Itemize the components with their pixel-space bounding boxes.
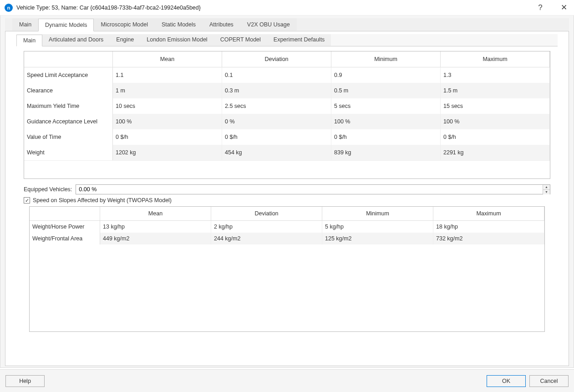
row-label: Weight bbox=[24, 145, 113, 160]
cell-deviation[interactable]: 0 $/h bbox=[222, 129, 331, 145]
cell-maximum[interactable]: 18 kg/hp bbox=[433, 221, 544, 233]
cell-minimum[interactable]: 5 kg/hp bbox=[322, 221, 433, 233]
cell-mean[interactable]: 0 $/h bbox=[113, 129, 222, 145]
parameters-grid: Mean Deviation Minimum Maximum Speed Lim… bbox=[24, 51, 550, 179]
row-guidance-acceptance-level: Guidance Acceptance Level 100 % 0 % 100 … bbox=[24, 114, 550, 129]
cancel-button[interactable]: Cancel bbox=[529, 375, 569, 387]
grid2-header: Mean Deviation Minimum Maximum bbox=[30, 207, 544, 221]
spin-down-icon[interactable]: ▼ bbox=[543, 190, 550, 194]
cell-minimum[interactable]: 839 kg bbox=[331, 145, 441, 160]
content-area: Main Dynamic Models Microscopic Model St… bbox=[0, 15, 574, 368]
col-blank bbox=[30, 207, 100, 221]
tab-static-models[interactable]: Static Models bbox=[155, 18, 203, 31]
cell-mean[interactable]: 449 kg/m2 bbox=[100, 233, 211, 244]
row-label: Guidance Acceptance Level bbox=[24, 114, 113, 129]
row-clearance: Clearance 1 m 0.3 m 0.5 m 1.5 m bbox=[24, 83, 550, 98]
slopes-checkbox[interactable]: ✓ bbox=[24, 197, 30, 204]
grid-empty-space bbox=[24, 160, 550, 178]
cell-minimum[interactable]: 125 kg/m2 bbox=[322, 233, 433, 244]
equipped-vehicles-label: Equipped Vehicles: bbox=[24, 186, 72, 193]
titlebar: n Vehicle Type: 53, Name: Car {c604a198-… bbox=[0, 0, 574, 15]
col-blank bbox=[24, 51, 113, 67]
cell-maximum[interactable]: 2291 kg bbox=[441, 145, 550, 160]
row-weight: Weight 1202 kg 454 kg 839 kg 2291 kg bbox=[24, 145, 550, 160]
row-value-of-time: Value of Time 0 $/h 0 $/h 0 $/h 0 $/h bbox=[24, 129, 550, 145]
cell-maximum[interactable]: 0 $/h bbox=[441, 129, 550, 145]
cell-maximum[interactable]: 1.3 bbox=[441, 67, 550, 83]
cell-maximum[interactable]: 100 % bbox=[441, 114, 550, 129]
row-weight-frontal-area: Weight/Frontal Area 449 kg/m2 244 kg/m2 … bbox=[30, 233, 544, 244]
ok-button[interactable]: OK bbox=[487, 375, 526, 387]
tab-attributes[interactable]: Attributes bbox=[203, 18, 240, 31]
cell-deviation[interactable]: 454 kg bbox=[222, 145, 331, 160]
inner-tab-main[interactable]: Main bbox=[16, 35, 42, 46]
grid-header: Mean Deviation Minimum Maximum bbox=[24, 51, 550, 67]
dialog-footer: Help OK Cancel bbox=[0, 369, 574, 392]
help-button[interactable]: Help bbox=[5, 375, 45, 387]
help-icon[interactable]: ? bbox=[535, 3, 546, 12]
cell-minimum[interactable]: 0 $/h bbox=[331, 129, 441, 145]
slopes-checkbox-label: Speed on Slopes Affected by Weight (TWOP… bbox=[33, 197, 172, 204]
equipped-vehicles-input[interactable] bbox=[76, 185, 543, 194]
inner-tab-panel: Mean Deviation Minimum Maximum Speed Lim… bbox=[16, 46, 558, 332]
cell-deviation[interactable]: 0.1 bbox=[222, 67, 331, 83]
inner-tab-engine[interactable]: Engine bbox=[110, 34, 140, 46]
row-label: Speed Limit Acceptance bbox=[24, 67, 113, 83]
cell-mean[interactable]: 1.1 bbox=[113, 67, 222, 83]
window-title: Vehicle Type: 53, Name: Car {c604a198-73… bbox=[16, 5, 535, 11]
cell-minimum[interactable]: 0.5 m bbox=[331, 83, 441, 98]
outer-tab-bar: Main Dynamic Models Microscopic Model St… bbox=[5, 18, 569, 31]
col-mean: Mean bbox=[113, 51, 222, 67]
cell-minimum[interactable]: 5 secs bbox=[331, 98, 441, 114]
cell-deviation[interactable]: 0 % bbox=[222, 114, 331, 129]
col-deviation: Deviation bbox=[222, 51, 331, 67]
cell-deviation[interactable]: 2 kg/hp bbox=[211, 221, 322, 233]
tab-dynamic-models[interactable]: Dynamic Models bbox=[38, 19, 94, 31]
col-deviation: Deviation bbox=[211, 207, 322, 221]
inner-tab-experiment-defaults[interactable]: Experiment Defaults bbox=[267, 34, 331, 46]
spin-up-icon[interactable]: ▲ bbox=[543, 185, 550, 190]
cell-mean[interactable]: 1202 kg bbox=[113, 145, 222, 160]
col-mean: Mean bbox=[100, 207, 211, 221]
cell-mean[interactable]: 100 % bbox=[113, 114, 222, 129]
app-icon: n bbox=[5, 4, 13, 12]
equipped-vehicles-row: Equipped Vehicles: ▲ ▼ bbox=[24, 184, 550, 194]
cell-minimum[interactable]: 0.9 bbox=[331, 67, 441, 83]
inner-tab-london-emission[interactable]: London Emission Model bbox=[140, 34, 213, 46]
cell-deviation[interactable]: 0.3 m bbox=[222, 83, 331, 98]
cell-minimum[interactable]: 100 % bbox=[331, 114, 441, 129]
cell-deviation[interactable]: 2.5 secs bbox=[222, 98, 331, 114]
inner-tab-bar: Main Articulated and Doors Engine London… bbox=[16, 34, 558, 46]
tab-microscopic-model[interactable]: Microscopic Model bbox=[94, 18, 155, 31]
tab-main[interactable]: Main bbox=[12, 18, 38, 31]
col-minimum: Minimum bbox=[322, 207, 433, 221]
row-label: Weight/Horse Power bbox=[30, 221, 100, 233]
equipped-vehicles-spinbox[interactable]: ▲ ▼ bbox=[76, 184, 550, 194]
row-maximum-yield-time: Maximum Yield Time 10 secs 2.5 secs 5 se… bbox=[24, 98, 550, 114]
row-weight-horse-power: Weight/Horse Power 13 kg/hp 2 kg/hp 5 kg… bbox=[30, 221, 544, 233]
cell-mean[interactable]: 10 secs bbox=[113, 98, 222, 114]
close-icon[interactable]: ✕ bbox=[559, 3, 569, 12]
cell-deviation[interactable]: 244 kg/m2 bbox=[211, 233, 322, 244]
row-speed-limit-acceptance: Speed Limit Acceptance 1.1 0.1 0.9 1.3 bbox=[24, 67, 550, 83]
col-minimum: Minimum bbox=[331, 51, 441, 67]
row-label: Maximum Yield Time bbox=[24, 98, 113, 114]
inner-tab-copert-model[interactable]: COPERT Model bbox=[214, 34, 267, 46]
cell-maximum[interactable]: 732 kg/m2 bbox=[433, 233, 544, 244]
row-label: Clearance bbox=[24, 83, 113, 98]
row-label: Weight/Frontal Area bbox=[30, 233, 100, 244]
cell-maximum[interactable]: 1.5 m bbox=[441, 83, 550, 98]
spin-buttons: ▲ ▼ bbox=[543, 185, 550, 194]
cell-mean[interactable]: 13 kg/hp bbox=[100, 221, 211, 233]
outer-tab-panel: Main Articulated and Doors Engine London… bbox=[5, 31, 569, 366]
col-maximum: Maximum bbox=[433, 207, 544, 221]
cell-mean[interactable]: 1 m bbox=[113, 83, 222, 98]
inner-tab-articulated-doors[interactable]: Articulated and Doors bbox=[42, 34, 110, 46]
slopes-checkbox-row: ✓ Speed on Slopes Affected by Weight (TW… bbox=[24, 197, 550, 204]
tab-v2x-obu-usage[interactable]: V2X OBU Usage bbox=[240, 18, 297, 31]
twopas-grid: Mean Deviation Minimum Maximum Weight/Ho… bbox=[29, 206, 545, 332]
row-label: Value of Time bbox=[24, 129, 113, 145]
cell-maximum[interactable]: 15 secs bbox=[441, 98, 550, 114]
col-maximum: Maximum bbox=[441, 51, 550, 67]
